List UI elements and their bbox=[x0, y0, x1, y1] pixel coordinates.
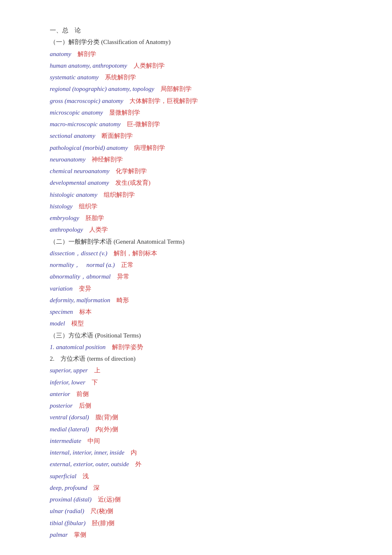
english-term: inferior, lower bbox=[50, 379, 85, 386]
english-term: embryology bbox=[50, 215, 79, 221]
english-term: macro-microscopic anatomy bbox=[50, 121, 121, 127]
chinese-term: 浅 bbox=[83, 473, 89, 479]
chinese-term: 显微解剖学 bbox=[109, 109, 140, 116]
english-term: anatomy bbox=[50, 51, 71, 57]
list-item: 1. anatomical position 解剖学姿势 bbox=[50, 342, 342, 352]
list-item: abnormality，abnormal 异常 bbox=[50, 271, 342, 282]
sub-header2: 2. 方位术语 (terms of direction) bbox=[50, 355, 136, 362]
list-item: pathological (morbid) anatomy 病理解剖学 bbox=[50, 142, 342, 153]
english-term: specimen bbox=[50, 308, 73, 315]
english-term: abnormality，abnormal bbox=[50, 273, 111, 280]
english-term: systematic anatomy bbox=[50, 74, 99, 81]
english-term: internal, interior, inner, inside bbox=[50, 449, 124, 456]
english-term: pathological (morbid) anatomy bbox=[50, 144, 128, 151]
list-item: （三）方位术语 (Positional Terms) bbox=[50, 330, 342, 341]
chinese-term: 组织学 bbox=[79, 203, 97, 210]
list-item: posterior 后侧 bbox=[50, 400, 342, 411]
list-item: proximal (distal) 近(远)侧 bbox=[50, 494, 342, 505]
list-item: systematic anatomy 系统解剖学 bbox=[50, 72, 342, 83]
chinese-term: 尺(桡)侧 bbox=[90, 508, 113, 514]
chinese-term: 胫(腓)侧 bbox=[92, 520, 114, 526]
chinese-term: 模型 bbox=[71, 320, 84, 327]
list-item: superior, upper 上 bbox=[50, 365, 342, 376]
english-term: ventral (dorsal) bbox=[50, 414, 89, 421]
list-item: variation 变异 bbox=[50, 283, 342, 294]
english-term: regional (topographic) anatomy, topology bbox=[50, 86, 154, 92]
list-item: inferior, lower 下 bbox=[50, 377, 342, 388]
english-term: medial (lateral) bbox=[50, 426, 89, 433]
list-item: medial (lateral) 内(外)侧 bbox=[50, 424, 342, 435]
list-item: （二）一般解剖学术语 (General Anatomical Terms) bbox=[50, 236, 342, 247]
english-term: dissection，dissect (v.) bbox=[50, 250, 107, 257]
english-term: superficial bbox=[50, 473, 76, 479]
list-item: deep, profound 深 bbox=[50, 482, 342, 493]
chinese-term: 掌侧 bbox=[74, 531, 86, 538]
chinese-term: 局部解剖学 bbox=[161, 86, 192, 92]
english-term: sectional anatomy bbox=[50, 132, 95, 139]
list-item: anterior 前侧 bbox=[50, 389, 342, 399]
english-term: 1. anatomical position bbox=[50, 344, 106, 350]
english-term: microscopic anatomy bbox=[50, 109, 103, 116]
chinese-term: 发生(或发育) bbox=[115, 179, 151, 186]
list-item: embryology 胚胎学 bbox=[50, 213, 342, 223]
list-item: anthropology 人类学 bbox=[50, 224, 342, 235]
english-term: gross (macroscopic) anatomy bbox=[50, 98, 123, 104]
english-term: ulnar (radial) bbox=[50, 508, 84, 514]
list-item: specimen 标本 bbox=[50, 306, 342, 317]
chinese-term: 组织解剖学 bbox=[104, 191, 135, 198]
chinese-term: 断面解剖学 bbox=[102, 132, 133, 139]
list-item: intermediate 中间 bbox=[50, 435, 342, 446]
list-item: sectional anatomy 断面解剖学 bbox=[50, 130, 342, 141]
english-term: proximal (distal) bbox=[50, 496, 92, 503]
english-term: anterior bbox=[50, 391, 70, 397]
list-item: normality， normal (a.) 正常 bbox=[50, 259, 342, 270]
list-item: macro-microscopic anatomy 巨-微解剖学 bbox=[50, 119, 342, 130]
chinese-term: 胚胎学 bbox=[85, 215, 104, 221]
chinese-term: 上 bbox=[94, 367, 100, 374]
chinese-term: 中间 bbox=[88, 438, 100, 444]
chinese-term: 前侧 bbox=[76, 391, 89, 397]
list-item: histology 组织学 bbox=[50, 201, 342, 212]
chinese-term: 巨-微解剖学 bbox=[127, 121, 160, 127]
english-term: intermediate bbox=[50, 438, 81, 444]
list-item: internal, interior, inner, inside 内 bbox=[50, 447, 342, 458]
chinese-term: 畸形 bbox=[117, 297, 129, 303]
english-term: deformity, malformation bbox=[50, 297, 110, 303]
english-term: deep, profound bbox=[50, 484, 87, 491]
chinese-term: 病理解剖学 bbox=[134, 144, 165, 151]
list-item: 一、总 论 bbox=[50, 25, 342, 36]
english-term: variation bbox=[50, 285, 73, 292]
list-item: palmar 掌侧 bbox=[50, 529, 342, 540]
english-term: superior, upper bbox=[50, 367, 88, 374]
chinese-term: 后侧 bbox=[79, 402, 91, 409]
chinese-term: 深 bbox=[93, 484, 100, 491]
chinese-term: 正常 bbox=[121, 262, 134, 268]
chinese-term: 腹(背)侧 bbox=[95, 414, 118, 421]
chinese-term: 人类学 bbox=[89, 226, 108, 233]
english-term: model bbox=[50, 320, 65, 327]
list-item: ulnar (radial) 尺(桡)侧 bbox=[50, 506, 342, 516]
list-item: regional (topographic) anatomy, topology… bbox=[50, 83, 342, 94]
list-item: model 模型 bbox=[50, 318, 342, 329]
list-item: anatomy 解剖学 bbox=[50, 49, 342, 59]
chinese-term: 系统解剖学 bbox=[105, 74, 136, 81]
english-term: developmental anatomy bbox=[50, 179, 109, 186]
english-term: neuroanatomy bbox=[50, 156, 85, 163]
list-item: （一）解剖学分类 (Classification of Anatomy) bbox=[50, 37, 342, 47]
list-item: chemical neuroanatomy 化学解剖学 bbox=[50, 166, 342, 176]
english-term: tibial (fibular) bbox=[50, 520, 85, 526]
chinese-term: 大体解剖学，巨视解剖学 bbox=[129, 98, 198, 104]
chinese-term: 内(外)侧 bbox=[95, 426, 118, 433]
chinese-term: 变异 bbox=[79, 285, 91, 292]
english-term: anthropology bbox=[50, 226, 83, 233]
list-item: tibial (fibular) 胫(腓)侧 bbox=[50, 518, 342, 528]
sub-header: （二）一般解剖学术语 (General Anatomical Terms) bbox=[50, 238, 185, 245]
section-header: 一、总 论 bbox=[50, 27, 81, 34]
chinese-term: 外 bbox=[135, 461, 141, 467]
english-term: chemical neuroanatomy bbox=[50, 168, 110, 174]
list-item: neuroanatomy 神经解剖学 bbox=[50, 154, 342, 165]
chinese-term: 异常 bbox=[117, 273, 129, 280]
list-item: human anatomy, anthropotomy 人类解剖学 bbox=[50, 60, 342, 71]
main-content: 一、总 论（一）解剖学分类 (Classification of Anatomy… bbox=[50, 25, 342, 540]
chinese-term: 神经解剖学 bbox=[92, 156, 123, 163]
